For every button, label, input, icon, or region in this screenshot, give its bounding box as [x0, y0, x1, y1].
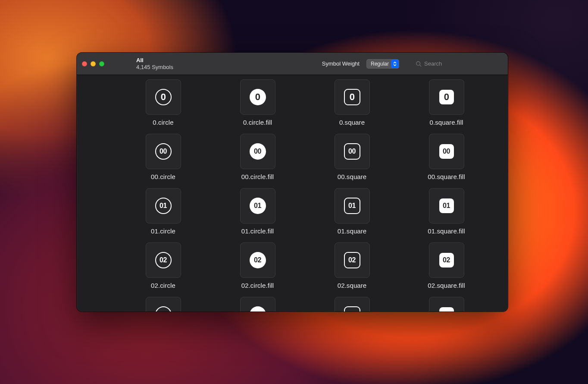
traffic-lights: [82, 61, 104, 66]
symbol-glyph-icon: 00: [250, 143, 266, 160]
symbol-name-label: 02.square.fill: [428, 282, 465, 289]
symbol-glyph-digits: 0: [350, 91, 355, 103]
symbol-tile: 02: [429, 242, 464, 278]
symbol-weight-value: Regular: [371, 61, 389, 67]
symbol-name-label: 01.circle.fill: [241, 227, 274, 235]
minimize-window-button[interactable]: [91, 61, 96, 66]
symbol-name-label: 00.circle: [151, 173, 175, 180]
symbol-glyph-icon: 0: [250, 89, 266, 105]
symbol-glyph-icon: 03: [250, 306, 266, 312]
chevron-up-down-icon: [391, 60, 399, 68]
title-block: All 4,145 Symbols: [136, 57, 173, 70]
symbol-glyph-icon: 03: [155, 306, 172, 312]
symbol-tile: 01: [335, 188, 370, 223]
symbol-cell[interactable]: 0303.circle: [118, 297, 208, 312]
symbol-tile: 02: [335, 242, 370, 278]
zoom-window-button[interactable]: [99, 61, 104, 66]
symbol-glyph-icon: 00: [344, 143, 360, 160]
symbol-glyph-digits: 0: [161, 91, 166, 103]
symbol-cell[interactable]: 0000.circle: [118, 134, 208, 180]
symbol-cell[interactable]: 0202.square.fill: [401, 242, 491, 289]
close-window-button[interactable]: [82, 61, 87, 66]
symbol-glyph-digits: 0: [255, 91, 260, 103]
symbol-cell[interactable]: 0303.square: [307, 297, 397, 312]
symbol-glyph-icon: 00: [155, 143, 172, 160]
symbol-cell[interactable]: 0101.circle.fill: [213, 188, 303, 235]
symbol-tile: 03: [335, 297, 370, 312]
symbol-name-label: 02.circle.fill: [241, 282, 274, 289]
symbol-glyph-digits: 01: [160, 202, 167, 210]
symbol-name-label: 0.square.fill: [429, 119, 463, 126]
symbol-weight-label: Symbol Weight: [322, 60, 360, 67]
symbol-glyph-digits: 03: [254, 311, 261, 312]
symbol-name-label: 0.square: [339, 119, 365, 126]
symbol-name-label: 01.circle: [151, 227, 175, 235]
symbol-name-label: 00.square.fill: [428, 173, 465, 180]
symbol-cell[interactable]: 0303.circle.fill: [213, 297, 303, 312]
symbol-tile: 00: [335, 134, 370, 169]
page-title: All: [136, 57, 173, 64]
symbol-cell[interactable]: 0000.square.fill: [401, 134, 491, 180]
symbol-tile: 03: [146, 297, 181, 312]
symbol-glyph-digits: 01: [254, 202, 261, 210]
titlebar: All 4,145 Symbols Symbol Weight Regular: [77, 53, 508, 75]
symbol-tile: 03: [429, 297, 464, 312]
symbol-tile: 02: [146, 242, 181, 278]
symbol-cell[interactable]: 0101.circle: [118, 188, 208, 235]
symbol-glyph-digits: 01: [443, 202, 450, 210]
symbol-glyph-icon: 01: [344, 198, 360, 214]
symbol-cell[interactable]: 00.square: [307, 79, 397, 126]
symbol-glyph-icon: 01: [155, 198, 172, 214]
symbol-tile: 03: [240, 297, 275, 312]
symbol-name-label: 02.circle: [151, 282, 175, 289]
page-subtitle: 4,145 Symbols: [136, 64, 173, 71]
symbol-glyph-digits: 03: [160, 311, 167, 312]
symbol-glyph-icon: 02: [155, 252, 172, 268]
symbol-tile: 0: [146, 79, 181, 115]
symbol-glyph-digits: 0: [444, 91, 449, 103]
symbol-cell[interactable]: 00.circle: [118, 79, 208, 126]
symbol-name-label: 01.square.fill: [428, 227, 465, 235]
search-field[interactable]: [416, 60, 502, 67]
symbol-tile: 01: [146, 188, 181, 223]
symbol-glyph-icon: 0: [439, 90, 454, 104]
symbol-tile: 01: [429, 188, 464, 223]
symbol-tile: 0: [240, 79, 275, 115]
symbol-name-label: 02.square: [338, 282, 367, 289]
symbol-cell[interactable]: 0101.square: [307, 188, 397, 235]
symbol-weight-select[interactable]: Regular: [366, 59, 399, 69]
symbol-glyph-digits: 03: [443, 311, 450, 312]
symbol-name-label: 0.circle: [153, 119, 173, 126]
symbol-glyph-icon: 02: [439, 253, 454, 268]
symbol-glyph-digits: 02: [160, 256, 167, 264]
symbol-grid-container: 00.circle00.circle.fill00.square00.squar…: [77, 75, 508, 312]
symbol-tile: 0: [429, 79, 464, 115]
symbol-grid: 00.circle00.circle.fill00.square00.squar…: [118, 79, 491, 312]
symbol-tile: 00: [146, 134, 181, 169]
symbol-cell[interactable]: 0202.circle: [118, 242, 208, 289]
app-window: All 4,145 Symbols Symbol Weight Regular …: [77, 53, 508, 312]
symbol-glyph-digits: 02: [443, 256, 450, 264]
symbol-glyph-icon: 0: [344, 89, 360, 105]
symbol-glyph-icon: 0: [155, 89, 172, 105]
symbol-glyph-digits: 00: [254, 148, 261, 155]
symbol-tile: 0: [335, 79, 370, 115]
symbol-name-label: 00.circle.fill: [241, 173, 274, 180]
search-input[interactable]: [424, 60, 502, 67]
symbol-glyph-icon: 00: [439, 144, 454, 159]
symbol-glyph-icon: 01: [439, 198, 454, 213]
symbol-cell[interactable]: 0303.square.fill: [401, 297, 491, 312]
symbol-cell[interactable]: 00.circle.fill: [213, 79, 303, 126]
symbol-glyph-icon: 02: [250, 252, 266, 268]
symbol-cell[interactable]: 0101.square.fill: [401, 188, 491, 235]
symbol-name-label: 0.circle.fill: [243, 119, 272, 126]
symbol-cell[interactable]: 0000.square: [307, 134, 397, 180]
symbol-glyph-icon: 02: [344, 252, 360, 268]
symbol-cell[interactable]: 0202.circle.fill: [213, 242, 303, 289]
symbol-glyph-digits: 02: [254, 256, 261, 264]
symbol-cell[interactable]: 0202.square: [307, 242, 397, 289]
symbol-name-label: 00.square: [338, 173, 367, 180]
symbol-glyph-digits: 00: [348, 148, 356, 155]
symbol-cell[interactable]: 00.square.fill: [401, 79, 491, 126]
symbol-cell[interactable]: 0000.circle.fill: [213, 134, 303, 180]
